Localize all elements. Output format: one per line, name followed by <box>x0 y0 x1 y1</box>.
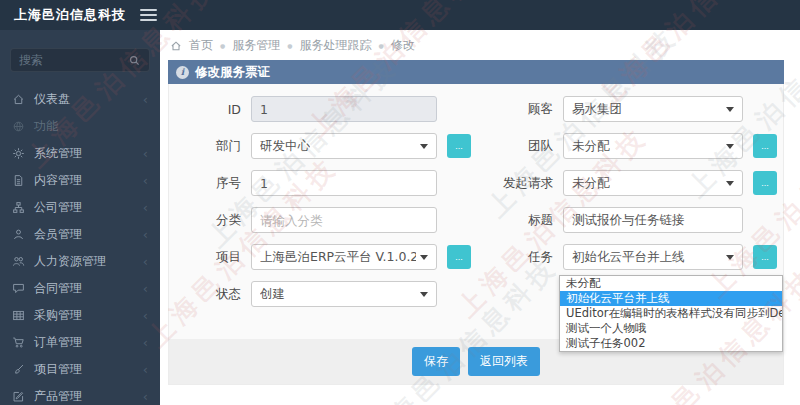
id-label: ID <box>177 102 241 117</box>
department-select[interactable]: 研发中心 <box>251 133 437 159</box>
task-option-selected[interactable]: 初始化云平台并上线 <box>560 291 782 306</box>
chevron-left-icon: ‹ <box>143 335 148 350</box>
chevron-left-icon: ‹ <box>143 92 148 107</box>
chevron-left-icon: ‹ <box>143 308 148 323</box>
chevron-down-icon <box>420 144 428 149</box>
panel-header: i 修改服务票证 <box>168 60 784 84</box>
task-option-unassigned[interactable]: 未分配 <box>560 276 782 291</box>
breadcrumb-separator: ● <box>287 42 292 49</box>
task-option-test-person[interactable]: 测试一个人物哦 <box>560 321 782 336</box>
info-icon: i <box>176 66 189 79</box>
chevron-left-icon: ‹ <box>143 254 148 269</box>
breadcrumb-edit[interactable]: 修改 <box>391 37 415 54</box>
task-label: 任务 <box>481 249 553 266</box>
breadcrumb: 首页 ● 服务管理 ● 服务处理跟踪 ● 修改 <box>170 37 415 54</box>
home-icon <box>12 93 25 106</box>
sidebar-item-dashboard[interactable]: 仪表盘 ‹ <box>0 86 160 113</box>
breadcrumb-service-mgmt[interactable]: 服务管理 <box>232 37 280 54</box>
breadcrumb-separator: ● <box>379 42 384 49</box>
sidebar-nav: 仪表盘 ‹ 功能 系统管理 ‹ 内容管理 ‹ 公司管理 ‹ 会员管理 ‹ <box>0 86 160 405</box>
user-icon <box>12 228 25 241</box>
sidebar-item-projects[interactable]: 项目管理 ‹ <box>0 356 160 383</box>
title-field[interactable] <box>563 207 743 233</box>
chevron-left-icon: ‹ <box>143 389 148 404</box>
back-to-list-button[interactable]: 返回列表 <box>468 347 540 376</box>
sidebar-item-system[interactable]: 系统管理 ‹ <box>0 140 160 167</box>
sidebar-item-hr[interactable]: 人力资源管理 ‹ <box>0 248 160 275</box>
chevron-down-icon <box>726 181 734 186</box>
chevron-left-icon: ‹ <box>143 200 148 215</box>
chevron-left-icon: ‹ <box>143 281 148 296</box>
team-select[interactable]: 未分配 <box>563 133 743 159</box>
ticket-form: ID 顾客 易水集团 部门 研发中心 ... 团队 未分配 <box>169 84 783 307</box>
hamburger-menu-icon[interactable] <box>140 9 157 21</box>
cart-icon <box>12 336 25 349</box>
breadcrumb-separator: ● <box>220 42 225 49</box>
brush-icon <box>12 363 25 376</box>
chevron-left-icon: ‹ <box>143 362 148 377</box>
chevron-left-icon: ‹ <box>143 227 148 242</box>
top-bar: 上海邑泊信息科技 <box>0 0 800 30</box>
sidebar-item-company[interactable]: 公司管理 ‹ <box>0 194 160 221</box>
request-select[interactable]: 未分配 <box>563 170 743 196</box>
sidebar-item-members[interactable]: 会员管理 ‹ <box>0 221 160 248</box>
category-field[interactable] <box>251 207 437 233</box>
sidebar-item-procurement[interactable]: 采购管理 ‹ <box>0 302 160 329</box>
search-icon <box>128 54 141 67</box>
sidebar-item-orders[interactable]: 订单管理 ‹ <box>0 329 160 356</box>
sidebar-item-contracts[interactable]: 合同管理 ‹ <box>0 275 160 302</box>
category-label: 分类 <box>177 212 241 229</box>
breadcrumb-home[interactable]: 首页 <box>189 37 213 54</box>
sidebar-item-products[interactable]: 产品管理 ‹ <box>0 383 160 405</box>
pencil-square-icon <box>12 390 25 403</box>
request-label: 发起请求 <box>481 175 553 192</box>
task-more-button[interactable]: ... <box>753 245 777 269</box>
chevron-down-icon <box>420 255 428 260</box>
department-label: 部门 <box>177 138 241 155</box>
project-select[interactable]: 上海邑泊ERP云平台 V.1.0.20190316. <box>251 244 437 270</box>
serial-field[interactable] <box>251 170 437 196</box>
team-label: 团队 <box>481 138 553 155</box>
table-icon <box>12 309 25 322</box>
sidebar-search[interactable] <box>10 48 150 72</box>
brand-logo: 上海邑泊信息科技 <box>0 6 126 24</box>
globe-icon <box>12 120 25 133</box>
panel-body: ID 顾客 易水集团 部门 研发中心 ... 团队 未分配 <box>168 84 784 385</box>
id-field <box>251 96 437 122</box>
chevron-left-icon: ‹ <box>143 146 148 161</box>
search-input[interactable] <box>19 53 128 67</box>
sidebar-section-functions: 功能 <box>0 113 160 140</box>
department-more-button[interactable]: ... <box>447 134 471 158</box>
save-button[interactable]: 保存 <box>412 347 460 376</box>
status-label: 状态 <box>177 286 241 303</box>
edit-ticket-panel: i 修改服务票证 ID 顾客 易水集团 部门 研发中心 <box>168 60 784 385</box>
project-more-button[interactable]: ... <box>447 245 471 269</box>
sidebar-item-content[interactable]: 内容管理 ‹ <box>0 167 160 194</box>
task-option-ueditor[interactable]: UEditor在编辑时的表格样式没有同步到Details.Project <box>560 306 782 321</box>
customer-select[interactable]: 易水集团 <box>563 96 743 122</box>
main-content: 首页 ● 服务管理 ● 服务处理跟踪 ● 修改 i 修改服务票证 ID 顾客 易… <box>160 30 800 405</box>
chevron-down-icon <box>726 107 734 112</box>
sitemap-icon <box>12 201 25 214</box>
customer-label: 顾客 <box>481 101 553 118</box>
breadcrumb-service-tracking[interactable]: 服务处理跟踪 <box>300 37 372 54</box>
request-more-button[interactable]: ... <box>753 171 777 195</box>
chevron-down-icon <box>420 292 428 297</box>
chevron-left-icon: ‹ <box>143 173 148 188</box>
gear-icon <box>12 147 25 160</box>
project-label: 项目 <box>177 249 241 266</box>
sidebar: 仪表盘 ‹ 功能 系统管理 ‹ 内容管理 ‹ 公司管理 ‹ 会员管理 ‹ <box>0 30 160 405</box>
document-icon <box>12 174 25 187</box>
status-select[interactable]: 创建 <box>251 281 437 307</box>
comment-icon <box>12 282 25 295</box>
chevron-down-icon <box>726 144 734 149</box>
users-icon <box>12 255 25 268</box>
chevron-down-icon <box>726 255 734 260</box>
serial-label: 序号 <box>177 175 241 192</box>
title-label: 标题 <box>481 212 553 229</box>
task-option-subtask002[interactable]: 测试子任务002 <box>560 336 782 351</box>
task-select[interactable]: 初始化云平台并上线 <box>563 244 743 270</box>
team-more-button[interactable]: ... <box>753 134 777 158</box>
panel-title: 修改服务票证 <box>195 64 270 81</box>
home-icon <box>170 40 182 52</box>
